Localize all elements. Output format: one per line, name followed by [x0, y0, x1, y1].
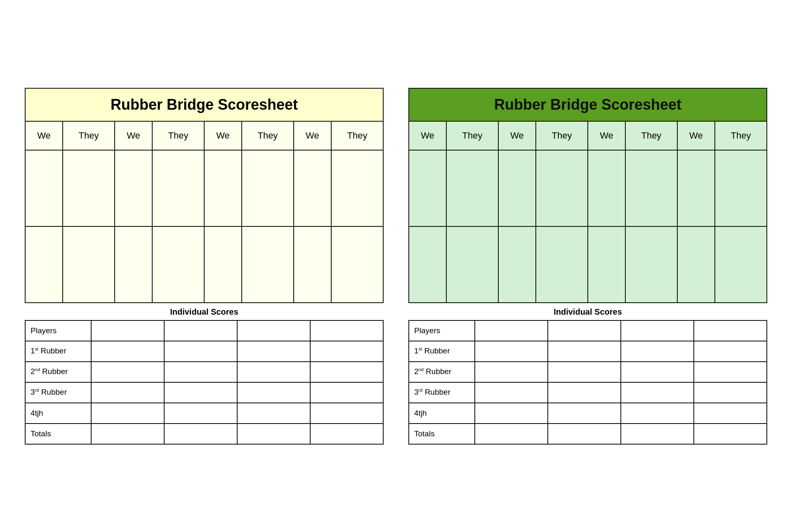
data-row-2-green	[409, 226, 767, 303]
cell-r1c4	[152, 150, 204, 226]
totals-val2-green	[548, 424, 621, 444]
rubber4-val3-green	[621, 403, 694, 424]
players-val4-green	[694, 320, 767, 341]
rubber2-val3-yellow	[237, 362, 310, 382]
cell-g-r1c4	[536, 150, 588, 226]
players-val2-green	[548, 320, 621, 341]
cell-g-r2c7	[677, 226, 715, 303]
rubber2-val4-green	[694, 362, 767, 382]
totals-val3-green	[621, 424, 694, 444]
cell-g-r1c6	[625, 150, 677, 226]
col-header-we-4: We	[294, 121, 331, 150]
individual-scores-label-green: Individual Scores	[408, 303, 767, 320]
col-header-we-2: We	[115, 121, 152, 150]
totals-val1-green	[475, 424, 548, 444]
rubber4-val2-green	[548, 403, 621, 424]
rubber2-val2-yellow	[164, 362, 237, 382]
title-green: Rubber Bridge Scoresheet	[409, 88, 767, 121]
players-val3-green	[621, 320, 694, 341]
col-header-we-3: We	[204, 121, 242, 150]
data-row-2-yellow	[25, 226, 383, 303]
title-yellow: Rubber Bridge Scoresheet	[25, 88, 383, 121]
rubber2-val1-green	[475, 362, 548, 382]
cell-r1c2	[63, 150, 115, 226]
totals-row-green: Totals	[409, 424, 767, 444]
cell-g-r1c7	[677, 150, 715, 226]
cell-r2c8	[331, 226, 383, 303]
rubber3-val1-green	[475, 382, 548, 403]
rubber3-val4-green	[694, 382, 767, 403]
rubber4-val1-green	[475, 403, 548, 424]
rubber1-val1-yellow	[91, 341, 164, 362]
rubber1-val2-green	[548, 341, 621, 362]
rubber2-val4-yellow	[310, 362, 383, 382]
rubber2-row-green: 2nd Rubber	[409, 362, 767, 382]
rubber3-val3-green	[621, 382, 694, 403]
rubber1-val4-yellow	[310, 341, 383, 362]
totals-val3-yellow	[237, 424, 310, 444]
col-header-they-1-g: They	[446, 121, 498, 150]
col-header-they-1: They	[63, 121, 115, 150]
scoresheet-green: Rubber Bridge Scoresheet We They We They…	[408, 88, 767, 445]
players-label-green: Players	[409, 320, 475, 341]
cell-r2c2	[63, 226, 115, 303]
rubber4-val1-yellow	[91, 403, 164, 424]
rubber1-val3-yellow	[237, 341, 310, 362]
rubber1-label-yellow: 1st Rubber	[25, 341, 91, 362]
rubber4-row-yellow: 4tjh	[25, 403, 383, 424]
rubber3-val3-yellow	[237, 382, 310, 403]
col-header-they-3-g: They	[625, 121, 677, 150]
cell-g-r1c1	[409, 150, 446, 226]
cell-r2c5	[204, 226, 242, 303]
totals-label-green: Totals	[409, 424, 475, 444]
totals-val4-green	[694, 424, 767, 444]
cell-r2c6	[242, 226, 294, 303]
cell-r1c1	[25, 150, 63, 226]
cell-g-r2c6	[625, 226, 677, 303]
page-container: Rubber Bridge Scoresheet We They We They…	[12, 88, 780, 445]
players-val4-yellow	[310, 320, 383, 341]
rubber4-val2-yellow	[164, 403, 237, 424]
rubber2-val2-green	[548, 362, 621, 382]
col-header-we-1: We	[25, 121, 63, 150]
totals-val4-yellow	[310, 424, 383, 444]
cell-g-r1c3	[498, 150, 536, 226]
rubber2-label-yellow: 2nd Rubber	[25, 362, 91, 382]
rubber1-val3-green	[621, 341, 694, 362]
rubber1-val4-green	[694, 341, 767, 362]
totals-label-yellow: Totals	[25, 424, 91, 444]
rubber2-label-green: 2nd Rubber	[409, 362, 475, 382]
cell-r2c1	[25, 226, 63, 303]
totals-val2-yellow	[164, 424, 237, 444]
cell-r1c5	[204, 150, 242, 226]
rubber1-row-green: 1st Rubber	[409, 341, 767, 362]
rubber2-val3-green	[621, 362, 694, 382]
rubber3-val4-yellow	[310, 382, 383, 403]
scoresheet-yellow: Rubber Bridge Scoresheet We They We They…	[25, 88, 384, 445]
cell-r1c3	[115, 150, 152, 226]
cell-g-r2c3	[498, 226, 536, 303]
rubber2-val1-yellow	[91, 362, 164, 382]
col-header-they-4-g: They	[715, 121, 767, 150]
col-header-they-4: They	[331, 121, 383, 150]
header-row-green: We They We They We They We They	[409, 121, 767, 150]
cell-g-r2c8	[715, 226, 767, 303]
scores-table-green: Players 1st Rubber 2nd Rubber	[408, 320, 767, 445]
cell-g-r2c4	[536, 226, 588, 303]
rubber3-val2-green	[548, 382, 621, 403]
col-header-we-3-g: We	[588, 121, 625, 150]
rubber4-label-yellow: 4tjh	[25, 403, 91, 424]
players-val1-green	[475, 320, 548, 341]
cell-g-r1c8	[715, 150, 767, 226]
rubber4-val4-green	[694, 403, 767, 424]
col-header-they-2-g: They	[536, 121, 588, 150]
cell-r1c7	[294, 150, 331, 226]
cell-r2c3	[115, 226, 152, 303]
rubber4-val3-yellow	[237, 403, 310, 424]
scores-table-yellow: Players 1st Rubber 2nd Rubber	[25, 320, 384, 445]
data-row-1-green	[409, 150, 767, 226]
rubber3-label-yellow: 3rd Rubber	[25, 382, 91, 403]
players-row-green: Players	[409, 320, 767, 341]
players-val1-yellow	[91, 320, 164, 341]
cell-r1c8	[331, 150, 383, 226]
